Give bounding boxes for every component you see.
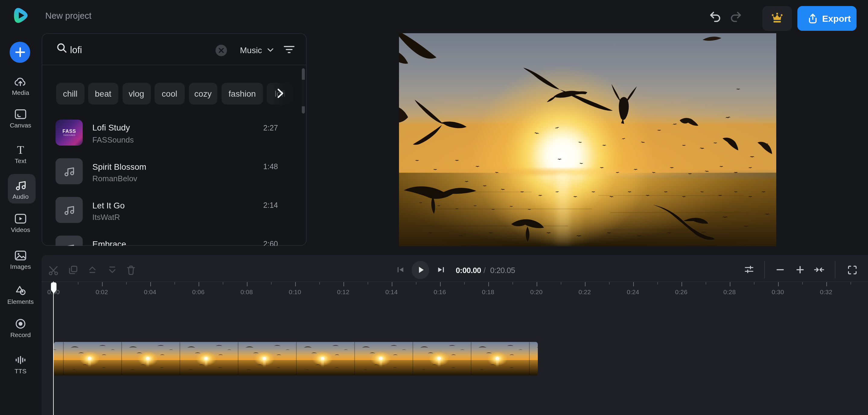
svg-text:T: T: [17, 144, 24, 155]
